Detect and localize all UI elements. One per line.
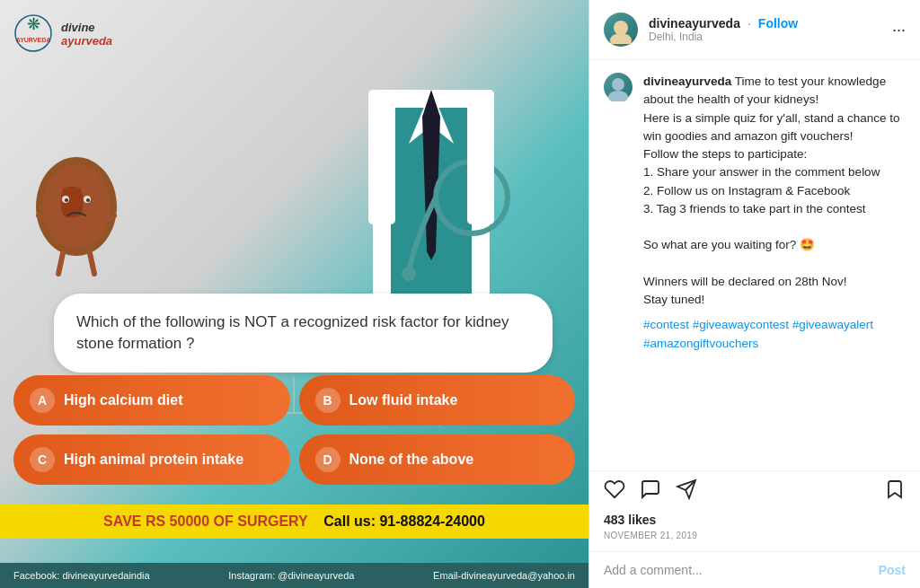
likes-count: 483 likes	[604, 513, 906, 527]
svg-line-19	[58, 253, 63, 274]
profile-avatar[interactable]	[604, 13, 638, 47]
svg-point-25	[614, 21, 628, 35]
option-a-letter: A	[30, 388, 55, 413]
post-image-panel: ❋ AYURVEDA divine ayurveda	[0, 0, 588, 588]
svg-rect-9	[368, 90, 395, 224]
svg-text:❋: ❋	[27, 15, 40, 33]
svg-rect-10	[467, 90, 494, 224]
logo-text: divine ayurveda	[61, 21, 112, 48]
option-b[interactable]: B Low fluid intake	[299, 375, 576, 426]
footer-bar: Facebook: divineayurvedaindia Instagram:…	[0, 563, 588, 588]
bottom-bar-mid: OF SURGERY	[209, 513, 323, 529]
footer-instagram: Instagram: @divineayurveda	[228, 570, 354, 581]
comment-content: divineayurveda Time to test your knowled…	[643, 73, 906, 353]
option-c-text: High animal protein intake	[64, 452, 243, 468]
comment-row: divineayurveda Time to test your knowled…	[604, 73, 906, 353]
svg-point-28	[608, 91, 628, 101]
follow-button[interactable]: Follow	[758, 16, 798, 31]
option-c-letter: C	[30, 447, 55, 472]
profile-location: Delhi, India	[649, 31, 881, 43]
svg-point-27	[612, 78, 624, 91]
instagram-panel: divineayurveda · Follow Delhi, India ···…	[588, 0, 920, 588]
add-comment-row: Post	[589, 551, 920, 588]
svg-text:AYURVEDA: AYURVEDA	[16, 37, 51, 43]
option-d[interactable]: D None of the above	[299, 434, 576, 485]
option-c[interactable]: C High animal protein intake	[13, 434, 290, 485]
option-d-text: None of the above	[349, 452, 474, 468]
footer-email: Email-divineayurveda@yahoo.in	[433, 570, 575, 581]
action-bar: 483 likes November 21, 2019	[589, 470, 920, 551]
post-comment-button[interactable]: Post	[879, 563, 906, 577]
comment-icon[interactable]	[640, 478, 661, 505]
bottom-bar-pre: SAVE RS	[103, 513, 170, 529]
action-icons	[604, 478, 906, 505]
logo-icon: ❋ AYURVEDA	[13, 13, 54, 54]
dot-separator: ·	[748, 16, 751, 31]
bottom-bar-amount: 50000	[170, 513, 210, 529]
profile-name-row: divineayurveda · Follow	[649, 16, 881, 31]
footer-facebook: Facebook: divineayurvedaindia	[13, 570, 150, 581]
svg-point-16	[86, 198, 90, 202]
share-icon[interactable]	[676, 478, 697, 505]
svg-point-26	[610, 33, 632, 44]
svg-line-20	[90, 253, 94, 274]
profile-info: divineayurveda · Follow Delhi, India	[649, 16, 881, 43]
option-a-text: High calcium diet	[64, 392, 182, 408]
comments-area[interactable]: divineayurveda Time to test your knowled…	[589, 60, 920, 470]
question-text: Which of the following is NOT a recogniz…	[76, 313, 509, 352]
svg-point-15	[65, 198, 68, 202]
commenter-avatar[interactable]	[604, 73, 632, 101]
bottom-bar-call: Call us: 91-88824-24000	[323, 513, 485, 529]
logo-area: ❋ AYURVEDA divine ayurveda	[13, 13, 112, 54]
profile-header: divineayurveda · Follow Delhi, India ···	[589, 0, 920, 60]
option-b-text: Low fluid intake	[349, 392, 458, 408]
post-date: November 21, 2019	[604, 531, 906, 540]
like-icon[interactable]	[604, 478, 625, 505]
more-options-button[interactable]: ···	[892, 21, 906, 39]
option-b-letter: B	[315, 388, 341, 413]
comment-body: Time to test your knowledge about the he…	[643, 75, 899, 306]
option-a[interactable]: A High calcium diet	[13, 375, 290, 426]
svg-point-8	[402, 267, 416, 281]
comment-hashtags: #contest #giveawaycontest #giveawayalert…	[643, 316, 906, 353]
commenter-username[interactable]: divineayurveda	[643, 75, 731, 88]
comment-input[interactable]	[604, 563, 879, 577]
question-box: Which of the following is NOT a recogniz…	[54, 294, 553, 373]
bookmark-icon[interactable]	[884, 478, 906, 505]
profile-username[interactable]: divineayurveda	[649, 16, 740, 31]
bottom-bar: SAVE RS 50000 OF SURGERY Call us: 91-888…	[0, 505, 588, 539]
option-d-letter: D	[315, 447, 341, 472]
kidney-illustration	[22, 144, 130, 282]
options-grid: A High calcium diet B Low fluid intake C…	[13, 375, 575, 485]
